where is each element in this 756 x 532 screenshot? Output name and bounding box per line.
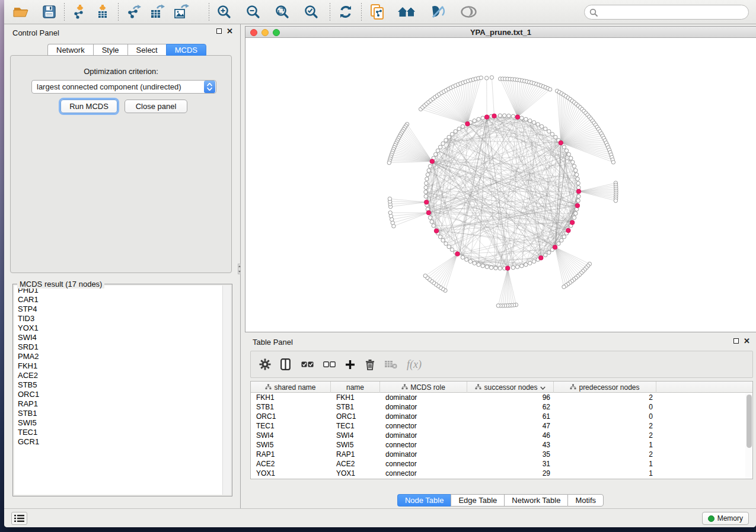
- cell-predecessor-nodes: 2: [554, 431, 656, 440]
- mcds-result-item[interactable]: ORC1: [14, 390, 231, 399]
- cell-predecessor-nodes: 2: [554, 450, 656, 459]
- toolbar-separator: [330, 3, 330, 21]
- memory-button[interactable]: Memory: [702, 512, 749, 525]
- search-input[interactable]: [598, 8, 748, 17]
- tab-select[interactable]: Select: [127, 44, 166, 56]
- table-row[interactable]: PHD1PHD1dominator180: [251, 478, 745, 479]
- close-table-panel-icon[interactable]: ✕: [744, 338, 750, 344]
- cell-MCDS-role: dominator: [380, 431, 467, 440]
- network-window-titlebar[interactable]: YPA_prune.txt_1: [245, 27, 756, 38]
- mcds-result-item[interactable]: RAP1: [14, 399, 231, 409]
- cell-MCDS-role: dominator: [380, 403, 467, 411]
- mcds-result-item[interactable]: ACE2: [14, 371, 231, 380]
- column-header-successor-nodes[interactable]: successor nodes: [467, 382, 554, 393]
- create-column-button[interactable]: [345, 360, 355, 370]
- mcds-result-item[interactable]: STB1: [14, 409, 231, 418]
- delete-column-button[interactable]: [365, 359, 375, 370]
- mcds-result-groupbox: MCDS result (17 nodes) PHD1CAR1STP4TID3Y…: [12, 280, 232, 496]
- tab-mcds[interactable]: MCDS: [166, 44, 206, 56]
- deselect-all-rows-button[interactable]: [323, 361, 336, 368]
- mcds-result-item[interactable]: PMA2: [14, 352, 231, 361]
- tab-node-table[interactable]: Node Table: [397, 494, 451, 507]
- network-graph: [245, 38, 756, 333]
- mcds-result-item[interactable]: SRD1: [14, 342, 231, 352]
- column-header-name[interactable]: name: [331, 382, 380, 393]
- delete-table-button-disabled: [384, 360, 397, 369]
- tab-edge-table[interactable]: Edge Table: [451, 494, 504, 507]
- table-rows: FKH1FKH1dominator962STB1STB1dominator620…: [251, 393, 745, 479]
- zoom-selected-button[interactable]: [301, 2, 323, 21]
- duplicate-network-button[interactable]: [366, 2, 389, 21]
- zoom-fit-button[interactable]: [272, 2, 294, 21]
- mcds-result-item[interactable]: SWI5: [14, 418, 231, 428]
- column-header-shared-name[interactable]: shared name: [251, 382, 331, 393]
- float-panel-icon[interactable]: [216, 28, 222, 34]
- mcds-result-list[interactable]: PHD1CAR1STP4TID3YOX1SWI4SRD1PMA2FKH1ACE2…: [14, 286, 231, 495]
- save-session-button[interactable]: [39, 2, 60, 21]
- mcds-result-item[interactable]: YOX1: [14, 323, 231, 333]
- table-row[interactable]: TEC1TEC1connector472: [251, 421, 745, 431]
- toolbar-separator: [64, 3, 65, 21]
- cell-shared-name: SWI5: [251, 441, 331, 449]
- network-canvas[interactable]: [245, 38, 756, 332]
- mcds-result-item[interactable]: FKH1: [14, 361, 231, 371]
- criterion-dropdown[interactable]: largest connected component (undirected): [31, 80, 216, 94]
- table-row[interactable]: SWI5SWI5connector431: [251, 440, 745, 450]
- tab-motifs[interactable]: Motifs: [567, 494, 604, 507]
- hide-graphics-details-button[interactable]: [426, 2, 449, 21]
- cell-MCDS-role: dominator: [380, 412, 467, 421]
- import-table-button[interactable]: [91, 2, 114, 21]
- export-network-button[interactable]: [123, 2, 146, 21]
- tab-network-table[interactable]: Network Table: [504, 494, 567, 507]
- table-row[interactable]: RAP1RAP1dominator352: [251, 450, 745, 459]
- memory-label: Memory: [717, 514, 743, 523]
- table-scrollbar[interactable]: [745, 393, 752, 479]
- mcds-result-item[interactable]: STP4: [14, 305, 231, 314]
- zoom-out-button[interactable]: [243, 2, 264, 21]
- table-row[interactable]: SWI4SWI4dominator462: [251, 431, 745, 440]
- mcds-result-item[interactable]: CAR1: [14, 295, 231, 305]
- table-settings-button[interactable]: [259, 358, 271, 370]
- dropdown-stepper-icon: [204, 81, 215, 93]
- tab-style[interactable]: Style: [93, 44, 127, 56]
- float-table-panel-icon[interactable]: [733, 338, 739, 344]
- column-type-icon: [570, 383, 576, 392]
- show-columns-button[interactable]: [280, 358, 291, 370]
- table-row[interactable]: FKH1FKH1dominator962: [251, 393, 745, 402]
- table-row[interactable]: ACE2ACE2connector311: [251, 459, 745, 469]
- mcds-tab-content: Optimization criterion: largest connecte…: [10, 55, 232, 273]
- run-mcds-button[interactable]: Run MCDS: [60, 100, 117, 113]
- export-table-button[interactable]: [146, 2, 170, 21]
- zoom-in-button[interactable]: [213, 2, 235, 21]
- splitter-handle[interactable]: [238, 264, 241, 274]
- column-header-MCDS-role[interactable]: MCDS role: [380, 382, 467, 393]
- show-graphics-details-button[interactable]: [457, 2, 481, 21]
- mcds-list-scrollbar[interactable]: [222, 286, 231, 495]
- show-all-networks-button[interactable]: [394, 2, 420, 21]
- unchecked-boxes-icon: [323, 361, 336, 368]
- mcds-result-item[interactable]: TEC1: [14, 428, 231, 437]
- column-type-icon: [401, 383, 408, 392]
- search-field[interactable]: [584, 5, 749, 20]
- mcds-result-item[interactable]: STB5: [14, 380, 231, 390]
- close-panel-button[interactable]: Close panel: [125, 100, 187, 113]
- mcds-result-item[interactable]: GCR1: [14, 437, 231, 447]
- apply-layout-button[interactable]: [334, 2, 357, 21]
- cell-successor-nodes: 31: [467, 460, 554, 468]
- zoom-selected-icon: [304, 5, 319, 20]
- tab-network[interactable]: Network: [47, 44, 93, 56]
- open-session-button[interactable]: [9, 2, 34, 21]
- table-row[interactable]: ORC1ORC1dominator610: [251, 412, 745, 421]
- table-row[interactable]: YOX1YOX1connector291: [251, 469, 745, 478]
- column-header-predecessor-nodes[interactable]: predecessor nodes: [554, 382, 656, 393]
- table-row[interactable]: STB1STB1dominator620: [251, 402, 745, 412]
- show-panels-button[interactable]: [11, 512, 27, 525]
- table-scrollbar-thumb[interactable]: [747, 395, 752, 448]
- export-image-button[interactable]: [170, 2, 193, 21]
- mcds-result-item[interactable]: SWI4: [14, 333, 231, 342]
- select-all-rows-button[interactable]: [301, 361, 314, 368]
- close-panel-icon[interactable]: ✕: [227, 28, 233, 34]
- import-network-button[interactable]: [69, 2, 91, 21]
- mcds-result-item[interactable]: TID3: [14, 314, 231, 323]
- cell-name: FKH1: [331, 393, 380, 402]
